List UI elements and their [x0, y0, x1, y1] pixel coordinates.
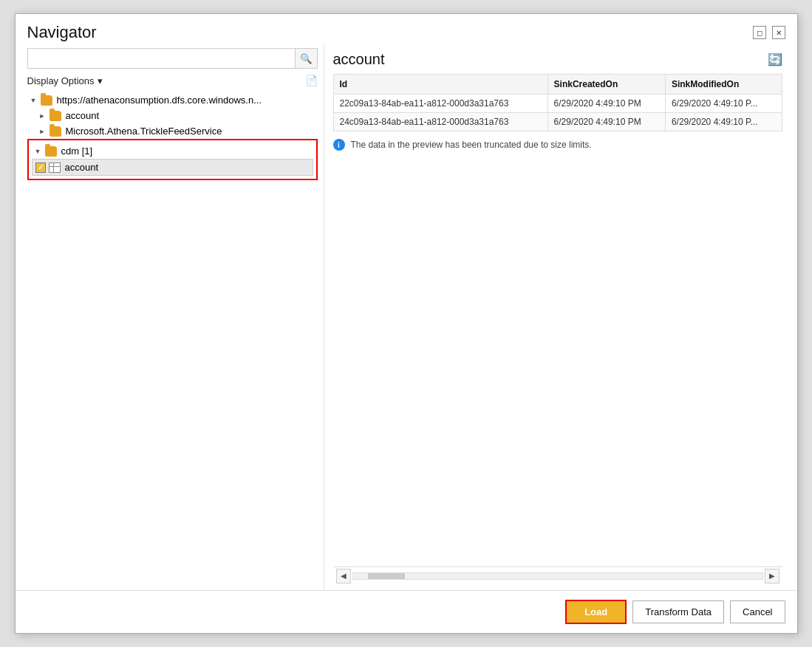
table-cell: 24c09a13-84ab-ea11-a812-000d3a31a763 — [333, 113, 547, 131]
search-button[interactable]: 🔍 — [296, 48, 318, 69]
root-url-label: https://athenaconsumption.dfs.core.windo… — [57, 95, 262, 106]
chevron-down-icon: ▾ — [98, 75, 103, 86]
content-area: 🔍 Display Options ▾ 📄 ▼ https: — [16, 45, 797, 590]
expand-arrow-icon: ► — [39, 112, 47, 120]
display-options-button[interactable]: Display Options ▾ — [27, 75, 103, 86]
tree-item-account-table[interactable]: account — [32, 159, 313, 176]
scroll-track[interactable] — [352, 572, 763, 580]
footer: Load Transform Data Cancel — [16, 590, 797, 633]
table-cell: 6/29/2020 4:49:10 PM — [547, 95, 665, 113]
title-bar-controls: ◻ ✕ — [753, 26, 785, 39]
tree-item-account[interactable]: ► account — [27, 108, 318, 123]
truncate-notice: i The data in the preview has been trunc… — [333, 139, 782, 151]
horizontal-scrollbar: ◀ ▶ — [333, 566, 782, 584]
data-table: Id SinkCreatedOn SinkModifiedOn 22c09a13… — [333, 74, 782, 131]
column-header-id: Id — [333, 75, 547, 95]
table-icon — [49, 162, 61, 173]
search-input[interactable] — [27, 48, 296, 69]
table-body: 22c09a13-84ab-ea11-a812-000d3a31a7636/29… — [333, 95, 782, 131]
scroll-right-button[interactable]: ▶ — [765, 569, 779, 583]
column-header-sink-modified-on: SinkModifiedOn — [665, 75, 782, 95]
refresh-icon: 🔄 — [768, 53, 782, 66]
scroll-left-button[interactable]: ◀ — [336, 569, 351, 583]
search-row: 🔍 — [27, 48, 318, 69]
transform-data-button[interactable]: Transform Data — [632, 600, 724, 623]
table-row: 24c09a13-84ab-ea11-a812-000d3a31a7636/29… — [333, 113, 782, 131]
table-row: 22c09a13-84ab-ea11-a812-000d3a31a7636/29… — [333, 95, 782, 113]
table-cell: 6/29/2020 4:49:10 P... — [665, 113, 782, 131]
collapse-arrow-icon: ▼ — [35, 148, 42, 155]
refresh-button[interactable]: 🔄 — [768, 52, 782, 66]
restore-button[interactable]: ◻ — [753, 26, 766, 39]
load-button[interactable]: Load — [565, 600, 627, 624]
title-bar: Navigator ◻ ✕ — [16, 14, 797, 45]
folder-icon — [41, 95, 52, 106]
preview-title: account — [333, 51, 385, 68]
search-icon: 🔍 — [300, 53, 313, 64]
close-button[interactable]: ✕ — [772, 26, 785, 39]
table-header-row: Id SinkCreatedOn SinkModifiedOn — [333, 75, 782, 95]
tree-area: ▼ https://athenaconsumption.dfs.core.win… — [27, 92, 318, 584]
table-cell: 22c09a13-84ab-ea11-a812-000d3a31a763 — [333, 95, 547, 113]
cdm-group-box: ▼ cdm [1] account — [27, 139, 318, 180]
display-options-label: Display Options — [27, 75, 95, 86]
column-header-sink-created-on: SinkCreatedOn — [547, 75, 665, 95]
table-cell: 6/29/2020 4:49:10 PM — [547, 113, 665, 131]
display-options-row: Display Options ▾ 📄 — [27, 75, 318, 86]
cdm-group-label: cdm [1] — [61, 146, 93, 157]
dialog-title: Navigator — [27, 23, 97, 42]
folder-icon — [45, 146, 57, 157]
cdm-group-row[interactable]: ▼ cdm [1] — [32, 143, 313, 159]
folder-icon — [50, 126, 61, 137]
scroll-thumb[interactable] — [368, 573, 405, 579]
export-icon: 📄 — [305, 75, 318, 86]
export-icon-button[interactable]: 📄 — [305, 75, 318, 86]
tree-root-item[interactable]: ▼ https://athenaconsumption.dfs.core.win… — [27, 92, 318, 108]
checkbox-icon[interactable] — [35, 162, 46, 173]
preview-header: account 🔄 — [333, 51, 782, 68]
navigator-dialog: Navigator ◻ ✕ 🔍 Display Options ▾ — [15, 13, 798, 634]
tree-item-athena[interactable]: ► Microsoft.Athena.TrickleFeedService — [27, 123, 318, 139]
left-panel: 🔍 Display Options ▾ 📄 ▼ https: — [21, 45, 324, 590]
cancel-button[interactable]: Cancel — [730, 600, 785, 623]
collapse-arrow-icon: ▼ — [30, 97, 38, 104]
info-icon: i — [333, 139, 345, 151]
account-table-label: account — [65, 162, 99, 173]
right-panel: account 🔄 Id SinkCreatedOn SinkModifiedO… — [324, 45, 791, 590]
expand-arrow-icon: ► — [39, 128, 47, 135]
folder-icon — [50, 111, 61, 121]
account-folder-label: account — [66, 110, 100, 121]
table-cell: 6/29/2020 4:49:10 P... — [665, 95, 782, 113]
truncate-text: The data in the preview has been truncat… — [351, 140, 592, 150]
athena-folder-label: Microsoft.Athena.TrickleFeedService — [66, 126, 222, 137]
